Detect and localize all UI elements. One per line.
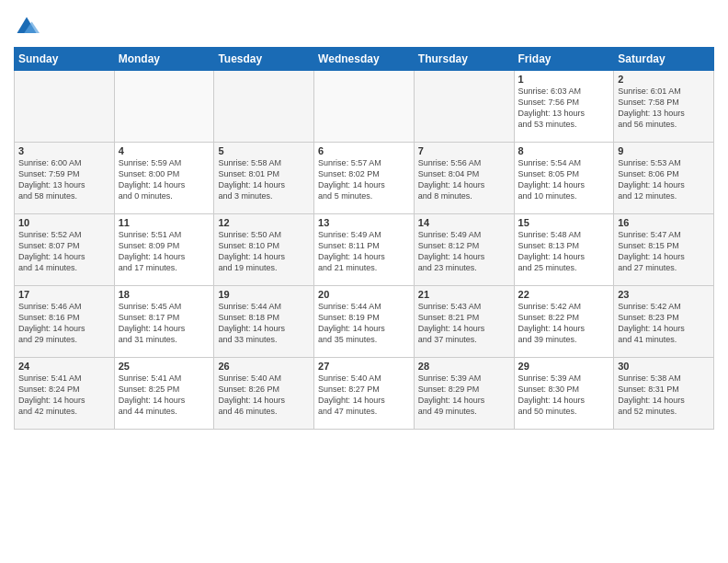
day-info: Sunrise: 5:54 AM Sunset: 8:05 PM Dayligh… [518,157,610,202]
calendar-day-cell [314,71,415,143]
calendar-day-cell: 26Sunrise: 5:40 AM Sunset: 8:26 PM Dayli… [214,358,314,430]
calendar-day-cell: 30Sunrise: 5:38 AM Sunset: 8:31 PM Dayli… [614,358,714,430]
calendar-day-cell: 5Sunrise: 5:58 AM Sunset: 8:01 PM Daylig… [214,143,314,214]
day-of-week-header: Friday [514,48,614,71]
calendar-day-cell: 23Sunrise: 5:42 AM Sunset: 8:23 PM Dayli… [614,286,714,358]
calendar-day-cell: 6Sunrise: 5:57 AM Sunset: 8:02 PM Daylig… [314,143,415,214]
day-info: Sunrise: 5:45 AM Sunset: 8:17 PM Dayligh… [119,301,210,346]
day-info: Sunrise: 5:39 AM Sunset: 8:29 PM Dayligh… [418,373,510,418]
day-info: Sunrise: 5:38 AM Sunset: 8:31 PM Dayligh… [618,373,710,418]
day-number: 29 [518,361,610,372]
calendar-day-cell: 9Sunrise: 5:53 AM Sunset: 8:06 PM Daylig… [614,143,714,214]
calendar-table: SundayMondayTuesdayWednesdayThursdayFrid… [14,47,714,430]
day-number: 22 [518,289,610,300]
day-number: 4 [119,145,210,156]
day-number: 8 [518,145,610,156]
calendar-header-row: SundayMondayTuesdayWednesdayThursdayFrid… [15,48,714,71]
calendar-day-cell: 4Sunrise: 5:59 AM Sunset: 8:00 PM Daylig… [114,143,214,214]
day-number: 13 [318,217,410,228]
day-info: Sunrise: 5:47 AM Sunset: 8:15 PM Dayligh… [618,229,710,274]
day-number: 16 [618,217,710,228]
day-number: 21 [418,289,510,300]
day-info: Sunrise: 5:49 AM Sunset: 8:11 PM Dayligh… [318,229,410,274]
day-info: Sunrise: 6:03 AM Sunset: 7:56 PM Dayligh… [518,86,610,131]
day-number: 24 [18,361,110,372]
day-of-week-header: Tuesday [214,48,314,71]
day-info: Sunrise: 5:57 AM Sunset: 8:02 PM Dayligh… [318,157,410,202]
day-number: 12 [218,217,310,228]
day-info: Sunrise: 5:48 AM Sunset: 8:13 PM Dayligh… [518,229,610,274]
day-info: Sunrise: 5:41 AM Sunset: 8:25 PM Dayligh… [119,373,210,418]
day-number: 27 [318,361,410,372]
day-info: Sunrise: 5:39 AM Sunset: 8:30 PM Dayligh… [518,373,610,418]
day-number: 30 [618,361,710,372]
calendar-week-row: 24Sunrise: 5:41 AM Sunset: 8:24 PM Dayli… [15,358,714,430]
day-number: 14 [418,217,510,228]
calendar-day-cell: 28Sunrise: 5:39 AM Sunset: 8:29 PM Dayli… [414,358,514,430]
day-info: Sunrise: 5:42 AM Sunset: 8:23 PM Dayligh… [618,301,710,346]
day-info: Sunrise: 5:51 AM Sunset: 8:09 PM Dayligh… [119,229,210,274]
day-number: 5 [218,145,310,156]
day-number: 3 [18,145,110,156]
day-of-week-header: Saturday [614,48,714,71]
day-number: 18 [119,289,210,300]
calendar-day-cell: 14Sunrise: 5:49 AM Sunset: 8:12 PM Dayli… [414,214,514,286]
day-of-week-header: Sunday [15,48,115,71]
calendar-day-cell: 8Sunrise: 5:54 AM Sunset: 8:05 PM Daylig… [514,143,614,214]
logo-icon [14,14,40,40]
day-info: Sunrise: 5:52 AM Sunset: 8:07 PM Dayligh… [18,229,110,274]
calendar-day-cell: 18Sunrise: 5:45 AM Sunset: 8:17 PM Dayli… [114,286,214,358]
day-number: 10 [18,217,110,228]
header [14,9,714,40]
day-info: Sunrise: 5:50 AM Sunset: 8:10 PM Dayligh… [218,229,310,274]
day-info: Sunrise: 5:53 AM Sunset: 8:06 PM Dayligh… [618,157,710,202]
day-number: 11 [119,217,210,228]
calendar-week-row: 17Sunrise: 5:46 AM Sunset: 8:16 PM Dayli… [15,286,714,358]
calendar-day-cell [15,71,115,143]
day-info: Sunrise: 5:58 AM Sunset: 8:01 PM Dayligh… [218,157,310,202]
calendar-day-cell: 24Sunrise: 5:41 AM Sunset: 8:24 PM Dayli… [15,358,115,430]
calendar-day-cell: 2Sunrise: 6:01 AM Sunset: 7:58 PM Daylig… [614,71,714,143]
day-number: 15 [518,217,610,228]
day-info: Sunrise: 5:40 AM Sunset: 8:26 PM Dayligh… [218,373,310,418]
calendar-day-cell: 1Sunrise: 6:03 AM Sunset: 7:56 PM Daylig… [514,71,614,143]
day-number: 19 [218,289,310,300]
day-of-week-header: Thursday [414,48,514,71]
calendar-day-cell: 16Sunrise: 5:47 AM Sunset: 8:15 PM Dayli… [614,214,714,286]
day-of-week-header: Monday [114,48,214,71]
calendar-day-cell: 20Sunrise: 5:44 AM Sunset: 8:19 PM Dayli… [314,286,415,358]
day-info: Sunrise: 5:43 AM Sunset: 8:21 PM Dayligh… [418,301,510,346]
calendar-day-cell: 19Sunrise: 5:44 AM Sunset: 8:18 PM Dayli… [214,286,314,358]
day-of-week-header: Wednesday [314,48,415,71]
calendar-day-cell [414,71,514,143]
calendar-day-cell: 10Sunrise: 5:52 AM Sunset: 8:07 PM Dayli… [15,214,115,286]
day-info: Sunrise: 5:44 AM Sunset: 8:18 PM Dayligh… [218,301,310,346]
day-info: Sunrise: 5:41 AM Sunset: 8:24 PM Dayligh… [18,373,110,418]
day-number: 17 [18,289,110,300]
calendar-day-cell: 25Sunrise: 5:41 AM Sunset: 8:25 PM Dayli… [114,358,214,430]
day-info: Sunrise: 5:40 AM Sunset: 8:27 PM Dayligh… [318,373,410,418]
day-number: 23 [618,289,710,300]
calendar-container: SundayMondayTuesdayWednesdayThursdayFrid… [0,0,728,563]
calendar-day-cell: 22Sunrise: 5:42 AM Sunset: 8:22 PM Dayli… [514,286,614,358]
logo [14,14,43,40]
calendar-week-row: 10Sunrise: 5:52 AM Sunset: 8:07 PM Dayli… [15,214,714,286]
calendar-day-cell: 11Sunrise: 5:51 AM Sunset: 8:09 PM Dayli… [114,214,214,286]
day-info: Sunrise: 6:01 AM Sunset: 7:58 PM Dayligh… [618,86,710,131]
calendar-day-cell: 17Sunrise: 5:46 AM Sunset: 8:16 PM Dayli… [15,286,115,358]
calendar-day-cell: 27Sunrise: 5:40 AM Sunset: 8:27 PM Dayli… [314,358,415,430]
calendar-day-cell: 13Sunrise: 5:49 AM Sunset: 8:11 PM Dayli… [314,214,415,286]
day-number: 20 [318,289,410,300]
calendar-week-row: 3Sunrise: 6:00 AM Sunset: 7:59 PM Daylig… [15,143,714,214]
calendar-week-row: 1Sunrise: 6:03 AM Sunset: 7:56 PM Daylig… [15,71,714,143]
day-number: 2 [618,74,710,85]
day-info: Sunrise: 5:59 AM Sunset: 8:00 PM Dayligh… [119,157,210,202]
calendar-day-cell [114,71,214,143]
day-info: Sunrise: 6:00 AM Sunset: 7:59 PM Dayligh… [18,157,110,202]
day-info: Sunrise: 5:56 AM Sunset: 8:04 PM Dayligh… [418,157,510,202]
day-number: 6 [318,145,410,156]
day-number: 25 [119,361,210,372]
day-number: 26 [218,361,310,372]
calendar-day-cell: 3Sunrise: 6:00 AM Sunset: 7:59 PM Daylig… [15,143,115,214]
day-info: Sunrise: 5:46 AM Sunset: 8:16 PM Dayligh… [18,301,110,346]
